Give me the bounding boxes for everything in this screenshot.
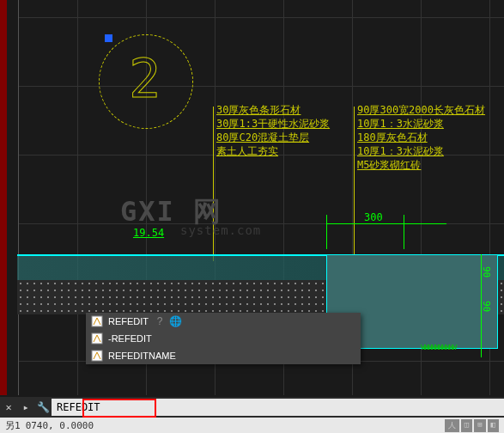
note-text[interactable]: M5砂浆砌红砖	[357, 158, 421, 173]
dimension-text[interactable]: 19.54	[133, 227, 164, 239]
status-toggle[interactable]: 人	[445, 419, 459, 432]
status-bar: 另1 0740, 0.0000 人 ◫ ⊞ ◧	[0, 418, 504, 433]
autocomplete-label: REFEDIT	[108, 316, 149, 326]
chevron-icon[interactable]: ▸	[17, 399, 34, 416]
left-band	[7, 0, 19, 395]
dimension-text[interactable]: 90	[481, 301, 492, 312]
dimension-ext	[326, 215, 327, 249]
command-icon	[91, 332, 103, 345]
status-toggle[interactable]: ◧	[488, 419, 499, 432]
close-icon[interactable]: ✕	[0, 399, 17, 416]
status-toggle[interactable]: ⊞	[474, 419, 485, 432]
autocomplete-popup: REFEDIT ? 🌐 -REFEDIT REFEDITNAME	[86, 313, 361, 364]
globe-icon[interactable]: 🌐	[169, 315, 181, 327]
note-text[interactable]: 80厚C20混凝土垫层	[216, 131, 309, 145]
note-text[interactable]: 30厚灰色条形石材	[216, 103, 301, 118]
note-text[interactable]: 90厚300宽2000长灰色石材	[357, 103, 485, 118]
command-icon	[91, 315, 103, 327]
highlight-box	[82, 399, 156, 418]
note-text[interactable]: 180厚灰色石材	[357, 131, 428, 145]
watermark-sub: system.com	[180, 223, 261, 237]
dimension-text[interactable]: 300	[364, 211, 383, 223]
dimension-text[interactable]: 90	[481, 266, 492, 277]
dimension-line	[326, 223, 446, 224]
command-bar: ✕ ▸ 🔧	[0, 397, 504, 418]
autocomplete-item[interactable]: REFEDITNAME	[86, 347, 361, 364]
note-text[interactable]: 30厚1:3干硬性水泥砂浆	[216, 117, 330, 131]
left-ruler	[0, 0, 7, 395]
status-coords: 0740, 0.0000	[26, 420, 94, 431]
dimension-ext	[404, 215, 404, 249]
note-text[interactable]: 10厚1：3水泥砂浆	[357, 117, 444, 131]
autocomplete-label: REFEDITNAME	[108, 351, 176, 361]
command-icon	[91, 350, 103, 362]
status-buttons: 人 ◫ ⊞ ◧	[445, 419, 499, 432]
note-text[interactable]: 10厚1：3水泥砂浆	[357, 144, 444, 159]
autocomplete-label: -REFEDIT	[108, 333, 152, 344]
wrench-icon[interactable]: 🔧	[34, 399, 52, 416]
autocomplete-item[interactable]: REFEDIT ? 🌐	[86, 313, 361, 330]
leader-line	[354, 107, 355, 261]
grass-hatch: wwwwwwwwww	[421, 342, 498, 351]
grip-handle[interactable]	[105, 34, 112, 42]
detail-number: 2	[129, 47, 161, 110]
note-text[interactable]: 素土人工夯实	[216, 144, 278, 159]
leader-line	[213, 107, 214, 261]
window-label: 另1	[5, 419, 21, 432]
help-icon[interactable]: ?	[154, 315, 166, 327]
status-toggle[interactable]: ◫	[461, 419, 472, 432]
autocomplete-item[interactable]: -REFEDIT	[86, 330, 361, 347]
